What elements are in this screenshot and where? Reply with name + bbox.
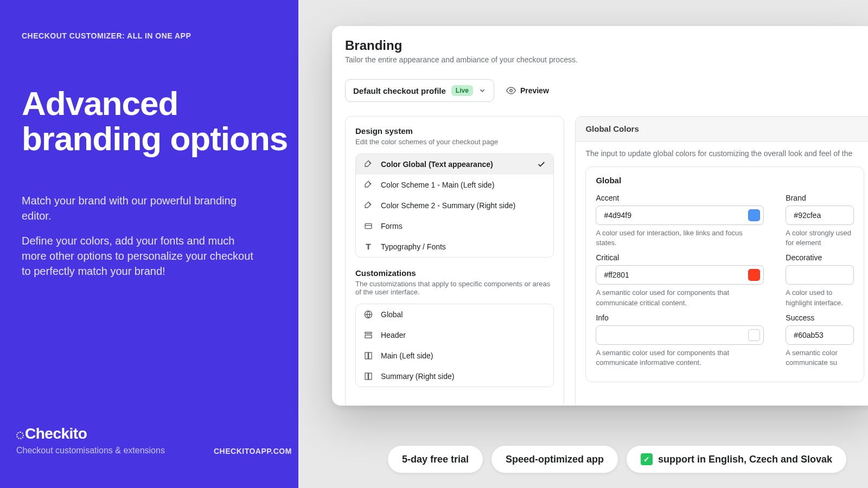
- design-item-forms[interactable]: Forms: [356, 216, 553, 236]
- field-help: A semantic color used for components tha…: [596, 348, 764, 368]
- subtext-2: Define your colors, add your fonts and m…: [22, 233, 260, 279]
- svg-rect-4: [365, 335, 372, 338]
- sidebar-card: Design system Edit the color schemes of …: [345, 116, 564, 406]
- pills-row: 5-day free trial Speed-optimized app ✓ s…: [388, 446, 846, 473]
- svg-rect-8: [369, 373, 372, 380]
- success-value: #60ab53: [794, 331, 850, 339]
- page-subtitle: Tailor the entire appearance and ambianc…: [345, 55, 868, 64]
- critical-input[interactable]: #ff2801: [596, 265, 764, 285]
- global-card-title: Global: [596, 176, 854, 185]
- cust-item-label: Main (Left side): [381, 351, 433, 360]
- field-accent: Accent #4d94f9 A color used for interact…: [596, 194, 764, 248]
- pill-trial: 5-day free trial: [388, 446, 483, 473]
- cust-item-label: Global: [381, 310, 403, 319]
- design-system-subtitle: Edit the color schemes of your checkout …: [355, 138, 554, 146]
- field-critical: Critical #ff2801 A semantic color used f…: [596, 253, 764, 307]
- critical-swatch[interactable]: [748, 269, 760, 281]
- accent-swatch[interactable]: [748, 209, 760, 221]
- check-square-icon: ✓: [641, 453, 653, 465]
- profile-selector[interactable]: Default checkout profile Live: [345, 79, 494, 102]
- field-info: Info A semantic color used for component…: [596, 313, 764, 368]
- design-item-scheme-1[interactable]: Color Scheme 1 - Main (Left side): [356, 175, 553, 195]
- app-window: Branding Tailor the entire appearance an…: [332, 26, 868, 406]
- left-footer: Checkito Checkout customisations & exten…: [16, 425, 165, 455]
- field-label: Info: [596, 313, 764, 322]
- svg-rect-1: [365, 223, 372, 228]
- design-system-title: Design system: [355, 126, 554, 136]
- typography-icon: [363, 242, 373, 252]
- pill-speed: Speed-optimized app: [492, 446, 618, 473]
- subtext-1: Match your brand with our powerful brand…: [22, 193, 260, 223]
- brand-logo: Checkito: [16, 425, 165, 442]
- field-label: Critical: [596, 253, 764, 262]
- field-help: A color strongly used for element: [786, 228, 854, 248]
- field-label: Accent: [596, 194, 764, 202]
- svg-rect-6: [369, 352, 372, 359]
- cust-item-summary[interactable]: Summary (Right side): [356, 366, 553, 387]
- preview-button[interactable]: Preview: [506, 86, 549, 95]
- accent-value: #4d94f9: [604, 211, 748, 220]
- global-colors-card: Global Colors The input to update global…: [575, 116, 868, 406]
- logo-accent-icon: [16, 432, 24, 439]
- brand-input[interactable]: #92cfea: [786, 206, 854, 225]
- live-badge: Live: [451, 85, 473, 96]
- global-colors-desc: The input to update global colors for cu…: [576, 142, 868, 163]
- pill-trial-text: 5-day free trial: [402, 454, 469, 465]
- content-row: Design system Edit the color schemes of …: [345, 116, 868, 406]
- headline: Advanced branding options: [22, 86, 298, 156]
- field-label: Decorative: [786, 253, 854, 262]
- decorative-input[interactable]: [786, 265, 854, 285]
- page-title: Branding: [345, 38, 868, 53]
- design-item-color-global[interactable]: Color Global (Text appearance): [356, 154, 553, 175]
- svg-point-0: [510, 89, 513, 92]
- marketing-panel: CHECKOUT CUSTOMIZER: ALL IN ONE APP Adva…: [0, 0, 298, 488]
- top-bar: Default checkout profile Live Preview: [345, 79, 868, 102]
- brand-logo-text: heckito: [36, 425, 87, 442]
- design-item-label: Color Scheme 2 - Summary (Right side): [381, 201, 515, 210]
- customizations-list: Global Header Main (Left side) Summary (…: [355, 304, 554, 387]
- design-system-list: Color Global (Text appearance) Color Sch…: [355, 153, 554, 258]
- customizations-title: Customizations: [355, 268, 554, 278]
- field-decorative: Decorative A color used to highlight int…: [786, 253, 854, 307]
- field-success: Success #60ab53 A semantic color communi…: [786, 313, 854, 368]
- pill-support: ✓ support in English, Czech and Slovak: [627, 446, 846, 473]
- brand-value: #92cfea: [794, 211, 850, 220]
- chevron-down-icon: [478, 87, 486, 94]
- field-label: Brand: [786, 194, 854, 202]
- svg-rect-3: [365, 332, 372, 334]
- field-help: A color used for interaction, like links…: [596, 228, 764, 248]
- cust-item-main[interactable]: Main (Left side): [356, 345, 553, 366]
- paint-icon: [363, 201, 373, 210]
- field-help: A semantic color communicate su: [786, 348, 854, 368]
- accent-input[interactable]: #4d94f9: [596, 206, 764, 225]
- app-preview-panel: Branding Tailor the entire appearance an…: [298, 0, 868, 488]
- svg-rect-5: [365, 352, 368, 359]
- globe-icon: [363, 310, 373, 319]
- eyebrow-text: CHECKOUT CUSTOMIZER: ALL IN ONE APP: [22, 31, 298, 40]
- eye-icon: [506, 86, 516, 95]
- pill-support-text: support in English, Czech and Slovak: [658, 454, 832, 465]
- design-item-label: Forms: [381, 222, 403, 230]
- pill-speed-text: Speed-optimized app: [506, 454, 604, 465]
- design-item-scheme-2[interactable]: Color Scheme 2 - Summary (Right side): [356, 195, 553, 216]
- cust-item-header[interactable]: Header: [356, 325, 553, 345]
- success-input[interactable]: #60ab53: [786, 325, 854, 345]
- design-item-label: Color Global (Text appearance): [381, 160, 493, 169]
- site-url: CHECKITOAPP.COM: [214, 447, 292, 455]
- design-item-typography[interactable]: Typography / Fonts: [356, 236, 553, 257]
- info-swatch[interactable]: [748, 329, 760, 341]
- design-item-label: Typography / Fonts: [381, 242, 446, 251]
- cust-item-label: Header: [381, 331, 406, 339]
- info-input[interactable]: [596, 325, 764, 345]
- forms-icon: [363, 221, 373, 231]
- field-brand: Brand #92cfea A color strongly used for …: [786, 194, 854, 248]
- global-inner-card: Global Accent #4d94f9 A color used for i…: [585, 166, 864, 382]
- critical-value: #ff2801: [604, 271, 748, 279]
- paint-icon: [363, 180, 373, 190]
- cust-item-global[interactable]: Global: [356, 304, 553, 325]
- preview-label: Preview: [520, 86, 549, 95]
- field-help: A semantic color used for components tha…: [596, 288, 764, 307]
- svg-rect-7: [365, 373, 368, 380]
- field-help: A color used to highlight interface.: [786, 288, 854, 307]
- cust-item-label: Summary (Right side): [381, 372, 454, 381]
